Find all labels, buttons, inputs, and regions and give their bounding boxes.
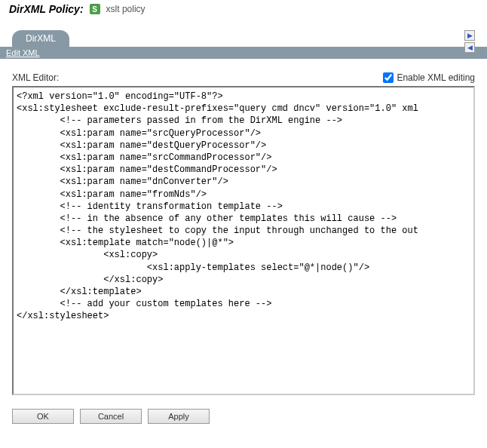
button-bar: OK Cancel Apply (0, 395, 487, 430)
content-area: XML Editor: Enable XML editing <?xml ver… (0, 59, 487, 395)
tab-bar: DirXML ▶ ◀ (0, 18, 487, 47)
page-title: DirXML Policy: (9, 3, 84, 15)
apply-button[interactable]: Apply (148, 409, 210, 424)
enable-editing-label: Enable XML editing (397, 72, 475, 83)
arrow-right-icon[interactable]: ▶ (464, 30, 475, 41)
policy-icon: S (90, 4, 100, 14)
sub-bar: Edit XML (0, 47, 487, 59)
page-header: DirXML Policy: S xslt policy (0, 0, 487, 18)
arrow-left-icon[interactable]: ◀ (464, 42, 475, 53)
ok-button[interactable]: OK (12, 409, 74, 424)
enable-editing-checkbox[interactable] (383, 72, 394, 83)
enable-editing-checkbox-wrap[interactable]: Enable XML editing (383, 72, 475, 83)
xml-editor-textarea[interactable]: <?xml version="1.0" encoding="UTF-8"?> <… (12, 86, 475, 395)
editor-header: XML Editor: Enable XML editing (12, 72, 475, 83)
cancel-button[interactable]: Cancel (80, 409, 142, 424)
tab-dirxml[interactable]: DirXML (12, 30, 69, 47)
editor-label: XML Editor: (12, 72, 59, 83)
edit-xml-link[interactable]: Edit XML (6, 48, 40, 57)
policy-name: xslt policy (106, 4, 145, 14)
nav-arrows: ▶ ◀ (464, 30, 475, 53)
